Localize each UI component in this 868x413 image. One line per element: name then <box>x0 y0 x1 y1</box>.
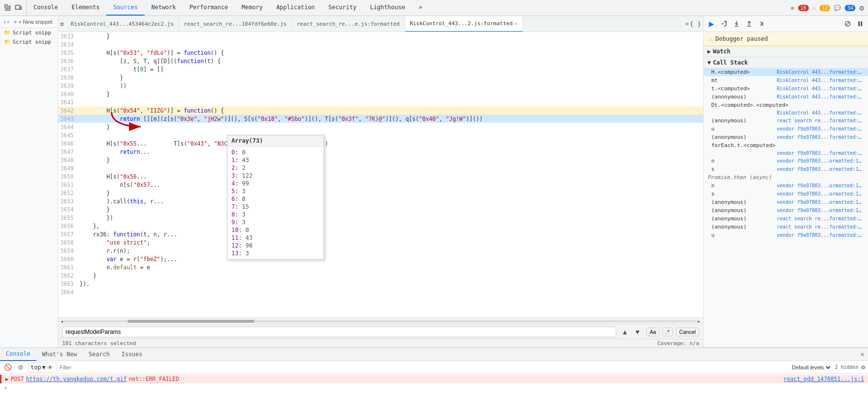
console-close-button[interactable]: ✕ <box>857 351 868 358</box>
file-tab-2[interactable]: react_search_re...104fdf6e60e.js <box>179 16 292 32</box>
call-stack-item-10[interactable]: s vendor_f9a97803...ormatted:12331 <box>704 165 868 173</box>
array-row-3: 3: 122 <box>231 172 320 180</box>
tab-elements[interactable]: Elements <box>65 0 107 16</box>
console-tab-search[interactable]: Search <box>83 348 115 361</box>
call-stack-item-8b[interactable]: vendor_f9a97803...formatted:9551 <box>704 149 868 157</box>
h-scrollbar-track[interactable] <box>64 320 697 323</box>
snippet-item-1[interactable]: 📁 Script snipp <box>0 28 58 37</box>
snippet-item-2[interactable]: 📁 Script snipp <box>0 37 58 47</box>
log-level-select[interactable]: Default levels <box>790 364 832 371</box>
call-stack-item-2[interactable]: t.<computed> RiskControl_443...formatted… <box>704 84 868 93</box>
console-settings-icon[interactable]: ⚙ <box>861 363 865 371</box>
tab-console[interactable]: Console <box>27 0 65 16</box>
tabs-overflow-icon[interactable]: » <box>685 20 688 27</box>
array-row-7: 7: 15 <box>231 203 320 211</box>
call-stack-item-4[interactable]: Dt.<computed>.<computed> <box>704 101 868 109</box>
top-frame-selector[interactable]: top ▼ 👁 <box>28 363 57 372</box>
search-prev-btn[interactable]: ▲ <box>619 326 631 338</box>
code-line: 3662 } <box>58 271 703 280</box>
search-next-btn[interactable]: ▼ <box>632 326 643 338</box>
call-stack-item-9[interactable]: n vendor_f9a97803...ormatted:12317 <box>704 157 868 165</box>
tab-application[interactable]: Application <box>269 0 321 16</box>
format-icon[interactable]: { } <box>690 20 701 28</box>
code-line: 3637 t[0] = [] <box>58 65 703 73</box>
deactivate-breakpoints-button[interactable] <box>842 18 853 30</box>
scroll-left-icon[interactable]: ◂ <box>60 318 64 325</box>
tab-performance[interactable]: Performance <box>183 0 235 16</box>
step-out-button[interactable] <box>743 18 755 30</box>
tab-network[interactable]: Network <box>145 0 183 16</box>
console-tab-console[interactable]: Console <box>0 348 36 361</box>
tab-memory[interactable]: Memory <box>235 0 269 16</box>
error-source-link[interactable]: react_pdd_1470851...js:1 <box>784 376 864 382</box>
resume-button[interactable]: ▶ <box>705 18 717 30</box>
step-over-button[interactable] <box>718 18 730 30</box>
error-url[interactable]: https://th.yangkeduo.com/t.gif <box>26 376 127 382</box>
tab-sources[interactable]: Sources <box>106 0 145 16</box>
settings-icon[interactable]: ⚙ <box>859 3 864 13</box>
code-line: 3633 } <box>58 32 703 40</box>
call-stack-header[interactable]: ▼ Call Stack <box>704 57 868 68</box>
console-clear-button[interactable]: 🚫 <box>3 363 13 372</box>
h-scrollbar-thumb[interactable] <box>128 320 254 323</box>
svg-rect-17 <box>861 21 862 26</box>
tab-security[interactable]: Security <box>322 0 363 16</box>
array-tooltip-body[interactable]: 0: 0 1: 43 2: 2 3: 122 4: 99 5: 3 6: 0 7… <box>228 147 324 259</box>
step-button[interactable] <box>756 18 768 30</box>
console-tab-issues[interactable]: Issues <box>115 348 148 361</box>
watch-header[interactable]: ▶ Watch <box>704 46 868 57</box>
file-tab-icon[interactable]: ≡ <box>60 20 64 28</box>
call-stack-item-1[interactable]: mt RiskControl_443...formatted:1535 <box>704 76 868 84</box>
tab-lighthouse[interactable]: Lighthouse <box>363 0 412 16</box>
view-icon-button[interactable]: 👁 <box>47 363 54 371</box>
scroll-right-icon[interactable]: ▸ <box>697 318 701 325</box>
console-block-button[interactable]: ⊘ <box>16 363 25 372</box>
console-tab-whats-new[interactable]: What's New <box>36 348 83 361</box>
call-stack-item-14[interactable]: (anonymous) vendor_f9a97803...ormatted:1… <box>704 206 868 215</box>
file-tab-3[interactable]: react_search_re...e.js:formatted <box>292 16 405 32</box>
error-badge: 18 <box>798 5 809 11</box>
search-regex-btn[interactable]: .* <box>662 328 672 336</box>
code-line: 3639 )) <box>58 82 703 90</box>
pause-exceptions-button[interactable] <box>854 18 866 30</box>
frame-dropdown-icon[interactable]: ▼ <box>42 364 46 371</box>
call-stack-item-4b[interactable]: RiskControl_443...formatted:1625 <box>704 109 868 116</box>
call-stack-item-11[interactable]: n vendor_f9a97803...ormatted:12322 <box>704 182 868 190</box>
call-stack-item-16[interactable]: (anonymous) react_search_re...formatted:… <box>704 223 868 231</box>
new-snippet-button[interactable]: + + New snippet <box>12 18 54 26</box>
svg-rect-16 <box>858 21 860 26</box>
code-area[interactable]: 3633 } 3634 3635 H[s("0x53", "fdLo")] = … <box>58 32 703 317</box>
code-line: 3648 } <box>58 156 703 164</box>
error-method: POST <box>11 376 24 382</box>
call-stack-item-12[interactable]: s vendor_f9a97803...ormatted:12331 <box>704 190 868 198</box>
code-line: 3661 n.default = e <box>58 263 703 271</box>
file-tab-4[interactable]: RiskControl_443...2.js:formatted ✕ <box>405 16 523 32</box>
call-stack-item-6[interactable]: u vendor_f9a97803...formatted:9525 <box>704 125 868 133</box>
call-stack-item-15[interactable]: (anonymous) react_search_re...formatted:… <box>704 215 868 223</box>
step-into-button[interactable] <box>731 18 742 30</box>
console-filter-input[interactable] <box>60 364 787 370</box>
call-stack-item-7[interactable]: (anonymous) vendor_f9a97803...formatted:… <box>704 133 868 141</box>
call-stack-item-17[interactable]: u vendor_f9a97803...formatted:9525 <box>704 231 868 239</box>
top-bar: Console Elements Sources Network Perform… <box>0 0 868 16</box>
file-tab-1[interactable]: RiskControl_443...453464c2ec2.js <box>66 16 179 32</box>
search-input[interactable] <box>62 327 616 337</box>
file-tab-close-icon[interactable]: ✕ <box>515 21 518 26</box>
watch-chevron-icon: ▶ <box>707 48 711 55</box>
cancel-button[interactable]: Cancel <box>676 328 699 336</box>
call-stack-list[interactable]: H.<computed> RiskControl_443...formatted… <box>704 68 868 239</box>
call-stack-item-8[interactable]: forEach.t.<computed> <box>704 141 868 149</box>
array-row-10: 10: 0 <box>231 226 320 234</box>
search-aa-btn[interactable]: Aa <box>646 328 659 336</box>
sidebar-nav-left[interactable]: ›‹ <box>3 18 10 25</box>
inspect-icon[interactable] <box>4 4 12 12</box>
call-stack-item-5[interactable]: (anonymous) react_search_re...formatted:… <box>704 116 868 125</box>
console-body[interactable]: ▶ POST https://th.yangkeduo.com/t.gif ne… <box>0 374 868 413</box>
call-stack-item-13[interactable]: (anonymous) vendor_f9a97803...ormatted:1… <box>704 198 868 206</box>
tab-overflow[interactable]: » <box>412 0 429 16</box>
code-line: 3635 H[s("0x53", "fdLo")] = function() { <box>58 49 703 57</box>
horizontal-scrollbar[interactable]: ◂ ▸ <box>58 317 703 324</box>
call-stack-item-0[interactable]: H.<computed> RiskControl_443...formatted… <box>704 68 868 76</box>
responsive-icon[interactable] <box>15 4 22 12</box>
call-stack-item-3[interactable]: (anonymous) RiskControl_443...formatted:… <box>704 93 868 101</box>
